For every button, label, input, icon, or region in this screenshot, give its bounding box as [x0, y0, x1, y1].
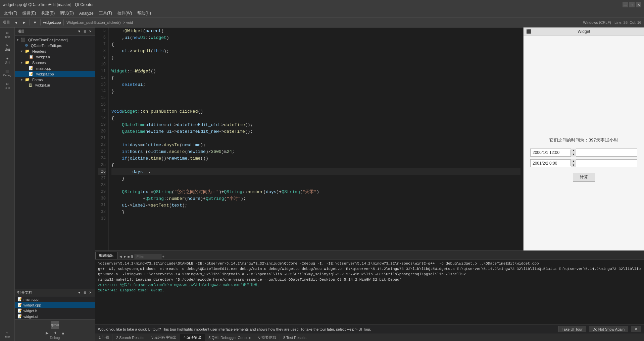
open-files-close[interactable]: ✕ [88, 291, 92, 294]
project-tree: ▼⬛QDateTimeEdit [master]⚙QDateTimeEdit.p… [15, 36, 95, 289]
nav-back-button[interactable]: ◄ [12, 20, 20, 25]
open-file-label: widget.ui [23, 315, 38, 319]
stop-button[interactable]: ■ [62, 331, 64, 335]
open-file-main-cpp[interactable]: 📝main.cpp [15, 296, 95, 302]
project-panel-title: 项目 [17, 29, 25, 34]
line-number-26: 26 [98, 168, 106, 175]
open-file-widget-h[interactable]: 📝widget.h [15, 308, 95, 314]
code-line-30: +QString::number(hours)+QString("小时"); [111, 195, 521, 202]
bottom-tab-8-test-results[interactable]: 8 Test Results [280, 335, 310, 340]
open-files-split[interactable]: ⊞ [83, 291, 87, 294]
sidebar-icon-projects[interactable]: ⊟ 项目 [1, 80, 13, 92]
code-line-20: QDateTime newtime = ui->dateTimeEdit_new… [111, 128, 521, 135]
code-line-31: ui->label->setText(text); [111, 202, 521, 209]
open-file-widget-ui[interactable]: 📝widget.ui [15, 314, 95, 319]
datetime-1-up[interactable]: ▲ [571, 149, 576, 153]
line-number-14: 14 [98, 88, 106, 95]
project-label: 项目 [1, 20, 11, 25]
menu-file[interactable]: 文件(F) [1, 10, 20, 17]
tree-item-sources[interactable]: ▼📁Sources [15, 60, 95, 65]
code-line-7: { [111, 41, 521, 48]
output-filter-input[interactable] [135, 254, 161, 259]
tree-item-qdatetimeedit.pro[interactable]: ⚙QDateTimeEdit.pro [15, 43, 95, 48]
code-line-14: } [111, 88, 521, 95]
datetime-1-down[interactable]: ▼ [571, 153, 576, 157]
tree-item-widget.h[interactable]: 📋widget.h [15, 54, 95, 60]
no-show-button[interactable]: Do Not Show Again [589, 326, 628, 332]
output-remove-button[interactable]: - [165, 254, 166, 259]
close-button[interactable]: ✕ [636, 2, 641, 7]
code-line-17: void Widget::on_pushButton_clicked() [111, 108, 521, 115]
help-icon: ? [6, 331, 8, 335]
help-label: 帮助 [5, 335, 10, 339]
notification-buttons: Take UI Tour Do Not Show Again ✕ [558, 326, 641, 332]
tree-item-headers[interactable]: ▼📁Headers [15, 48, 95, 54]
preview-close-button[interactable]: — [637, 29, 641, 34]
code-line-25: { [111, 162, 521, 168]
menu-debug[interactable]: 调试(D) [57, 10, 77, 17]
tree-item-widget.ui[interactable]: 🖼widget.ui [15, 82, 95, 88]
output-stop-button[interactable]: ■ [128, 254, 130, 259]
tree-item-widget.cpp[interactable]: 📝widget.cpp [15, 71, 95, 77]
sidebar-icon-edit[interactable]: ✎ 编辑 [1, 42, 13, 54]
panel-split-button[interactable]: ⊞ [83, 30, 87, 33]
menu-controls[interactable]: 控件(W) [115, 10, 135, 17]
bottom-tab-3-应用程序输出[interactable]: 3 应用程序输出 [148, 334, 180, 341]
code-line-16 [111, 101, 521, 108]
output-next-button[interactable]: ► [123, 254, 127, 259]
bottom-tab-4-编译输出[interactable]: 4 编译输出 [180, 334, 205, 341]
sidebar-icon-design[interactable]: ◈ 设计 [1, 54, 13, 66]
minimize-button[interactable]: — [623, 2, 628, 7]
open-files-collapse[interactable]: ▼ [77, 291, 82, 294]
datetime-input-2[interactable]: 2001/2/2 0:00 ▲ ▼ [530, 159, 637, 167]
open-files-title: 打开文档 [17, 290, 32, 295]
tree-label: QDateTimeEdit.pro [31, 44, 62, 48]
bottom-tab-1-问题[interactable]: 1 问题 [95, 334, 113, 341]
sidebar-icon-help[interactable]: ? 帮助 [1, 329, 13, 341]
calculate-button[interactable]: 计算 [573, 173, 595, 182]
build-run-button[interactable]: ⬆ [54, 331, 57, 335]
notification-close-button[interactable]: ✕ [631, 326, 641, 332]
output-clear-button[interactable]: 🗑 [130, 254, 134, 259]
bottom-tab-6-概要信息[interactable]: 6 概要信息 [255, 334, 280, 341]
output-line: g++ -Wl,-subsystem,windows -mthreads -o … [98, 266, 641, 277]
sidebar-icon-debug[interactable]: ⬛ Debug [1, 67, 13, 79]
debug-icon: ⬛ [5, 70, 9, 73]
datetime-input-1[interactable]: 2000/1/1 12:00 ▲ ▼ [530, 149, 637, 157]
code-line-29: QString text = QString("它们之间的时间为：")+QStr… [111, 188, 521, 195]
filter-button[interactable]: ▼ [31, 20, 39, 25]
run-button[interactable]: ▶ [46, 331, 48, 335]
tour-button[interactable]: Take UI Tour [558, 326, 586, 332]
maximize-button[interactable]: □ [629, 2, 635, 7]
nav-forward-button[interactable]: ► [20, 20, 28, 25]
output-prev-button[interactable]: ◄ [119, 254, 122, 259]
tree-label: widget.ui [35, 83, 50, 87]
datetime-2-down[interactable]: ▼ [571, 163, 576, 167]
line-number-9: 9 [98, 54, 106, 61]
menu-tools[interactable]: 工具(T) [96, 10, 115, 17]
output-add-button[interactable]: + [162, 254, 164, 259]
open-file-label: widget.h [23, 309, 37, 313]
tree-item-main.cpp[interactable]: 📝main.cpp [15, 65, 95, 71]
panel-collapse-button[interactable]: ▼ [77, 30, 82, 33]
tree-item-forms[interactable]: ▼📁Forms [15, 77, 95, 82]
menu-build[interactable]: 构建(B) [39, 10, 57, 17]
bottom-tab-2-search-results[interactable]: 2 Search Results [113, 335, 148, 340]
datetime-1-value: 2000/1/1 12:00 [531, 150, 571, 156]
code-lines[interactable]: : QWidget(parent) , ui(new Ui::Widget){ … [109, 27, 523, 250]
line-number-20: 20 [98, 128, 106, 135]
menu-edit[interactable]: 编辑(E) [20, 10, 39, 17]
edit-label: 编辑 [5, 48, 10, 52]
menu-help[interactable]: 帮助(H) [135, 10, 154, 17]
datetime-2-value: 2001/2/2 0:00 [531, 160, 571, 166]
tree-item-qdatetimeedit-[master][interactable]: ▼⬛QDateTimeEdit [master] [15, 37, 95, 43]
tree-icon: 📝 [29, 72, 34, 76]
sidebar-icon-welcome[interactable]: ⊞ 欢迎 [1, 29, 13, 41]
output-tab-compile[interactable]: 编译输出 [95, 252, 117, 259]
open-file-widget-cpp[interactable]: 📝widget.cpp [15, 302, 95, 308]
menu-analyze[interactable]: Analyze [77, 10, 96, 16]
panel-close-button[interactable]: ✕ [88, 30, 92, 33]
datetime-2-up[interactable]: ▲ [571, 159, 576, 163]
bottom-tab-5-qml-debugger-console[interactable]: 5 QML Debugger Console [205, 335, 255, 340]
code-editor[interactable]: 5678910111213141516171819202122232425262… [95, 27, 523, 250]
